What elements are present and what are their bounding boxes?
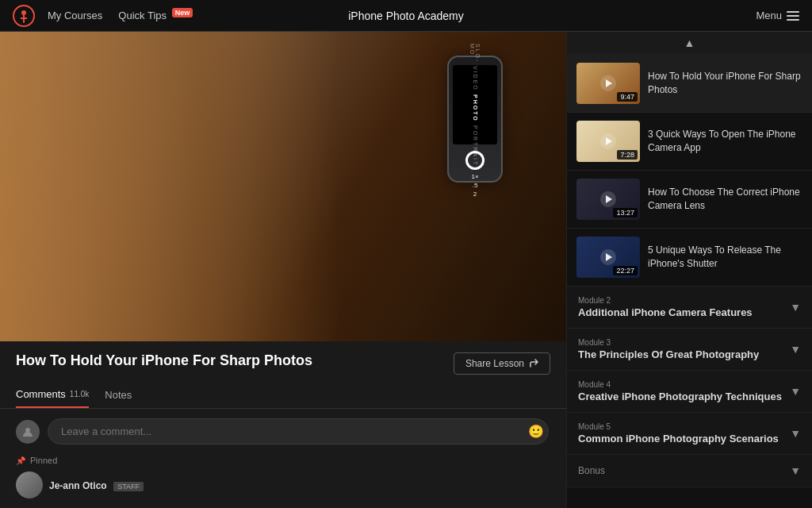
- module-section: Module 5 Common iPhone Photography Scena…: [567, 413, 812, 455]
- lesson-title: How To Choose The Correct iPhone Camera …: [648, 186, 802, 213]
- module-title: The Principles Of Great Photography: [578, 348, 759, 360]
- staff-badge: STAFF: [113, 482, 144, 491]
- new-badge: New: [172, 8, 193, 17]
- lesson-duration: 22:27: [613, 266, 638, 275]
- play-icon: [600, 75, 616, 91]
- module-header[interactable]: Module 2 Additional iPhone Camera Featur…: [567, 287, 812, 328]
- sidebar: ▲ 9:47 How To Hold Your iPhone For Sharp…: [566, 32, 812, 508]
- lesson-duration: 7:28: [617, 150, 638, 160]
- module-header[interactable]: Module 3 The Principles Of Great Photogr…: [567, 329, 812, 370]
- comment-input-row: 🙂: [16, 418, 550, 444]
- video-info: How To Hold Your iPhone For Sharp Photos…: [0, 341, 566, 385]
- module-chevron-icon: ▼: [790, 385, 801, 398]
- svg-rect-6: [787, 19, 799, 21]
- lesson-title: How To Hold Your iPhone For Sharp Photos: [648, 70, 802, 97]
- pinned-label: 📌 Pinned: [16, 456, 550, 465]
- my-courses-link[interactable]: My Courses: [48, 10, 102, 21]
- module-section: Module 2 Additional iPhone Camera Featur…: [567, 287, 812, 329]
- module-label: Module 4: [578, 380, 782, 389]
- video-title: How To Hold Your iPhone For Sharp Photos: [16, 352, 312, 369]
- play-icon: [600, 249, 616, 265]
- play-icon: [600, 133, 616, 149]
- tab-comments[interactable]: Comments 11.0k: [16, 388, 89, 408]
- tab-notes[interactable]: Notes: [105, 389, 132, 407]
- module-title: Creative iPhone Photography Techniques: [578, 391, 782, 402]
- share-lesson-button[interactable]: Share Lesson: [454, 352, 550, 375]
- bonus-label: Bonus: [578, 465, 605, 476]
- lesson-duration: 13:27: [613, 208, 638, 217]
- lesson-thumbnail: 22:27: [576, 237, 640, 278]
- lesson-item[interactable]: 22:27 5 Unique Ways To Release The iPhon…: [567, 229, 812, 287]
- module-label: Module 5: [578, 422, 779, 431]
- logo-icon[interactable]: [13, 5, 35, 27]
- play-icon: [600, 191, 616, 207]
- menu-button[interactable]: Menu: [756, 10, 799, 21]
- module-title: Common iPhone Photography Scenarios: [578, 433, 779, 444]
- bonus-section: Bonus ▼: [567, 455, 812, 487]
- module-header[interactable]: Module 5 Common iPhone Photography Scena…: [567, 413, 812, 454]
- bonus-header[interactable]: Bonus ▼: [567, 455, 812, 487]
- comment-user-row: Je-ann Otico STAFF: [16, 471, 550, 498]
- comments-area: 🙂 📌 Pinned Je-ann Otico STAFF: [0, 409, 566, 508]
- module-header[interactable]: Module 4 Creative iPhone Photography Tec…: [567, 371, 812, 412]
- module-chevron-icon: ▼: [790, 343, 801, 356]
- hamburger-icon: [787, 11, 799, 21]
- commenter-name: Je-ann Otico: [49, 480, 107, 491]
- video-panel: SLO-MO VIDEO PHOTO PORTRAIT 1× .5 2 How …: [0, 32, 566, 508]
- modules-list: Module 2 Additional iPhone Camera Featur…: [567, 287, 812, 455]
- lesson-duration: 9:47: [617, 92, 638, 102]
- module-section: Module 3 The Principles Of Great Photogr…: [567, 329, 812, 371]
- main-layout: SLO-MO VIDEO PHOTO PORTRAIT 1× .5 2 How …: [0, 32, 812, 508]
- module-chevron-icon: ▼: [790, 427, 801, 440]
- commenter-avatar: [16, 471, 43, 498]
- emoji-button[interactable]: 🙂: [528, 424, 544, 439]
- lessons-list: 9:47 How To Hold Your iPhone For Sharp P…: [567, 55, 812, 287]
- lesson-thumbnail: 7:28: [576, 121, 640, 162]
- iphone-illustration: SLO-MO VIDEO PHOTO PORTRAIT 1× .5 2: [447, 56, 503, 183]
- comment-input[interactable]: [48, 418, 549, 444]
- share-icon: [529, 359, 538, 368]
- current-user-avatar: [16, 420, 40, 444]
- lesson-thumbnail: 13:27: [576, 179, 640, 220]
- page-title: iPhone Photo Academy: [348, 10, 464, 22]
- svg-rect-4: [787, 11, 799, 13]
- lesson-title: 3 Quick Ways To Open The iPhone Camera A…: [648, 128, 802, 155]
- module-label: Module 2: [578, 296, 753, 305]
- lesson-thumbnail: 9:47: [576, 63, 640, 104]
- navbar: My Courses Quick Tips New iPhone Photo A…: [0, 0, 812, 32]
- bonus-chevron-icon: ▼: [790, 464, 801, 477]
- user-icon: [22, 426, 33, 437]
- module-label: Module 3: [578, 338, 759, 347]
- lesson-item[interactable]: 9:47 How To Hold Your iPhone For Sharp P…: [567, 55, 812, 113]
- module-chevron-icon: ▼: [790, 301, 801, 314]
- scroll-up-button[interactable]: ▲: [684, 37, 695, 49]
- lesson-item[interactable]: 7:28 3 Quick Ways To Open The iPhone Cam…: [567, 113, 812, 171]
- sidebar-scroll-up: ▲: [567, 32, 812, 55]
- module-title: Additional iPhone Camera Features: [578, 306, 753, 318]
- pin-icon: 📌: [16, 456, 25, 465]
- lesson-title: 5 Unique Ways To Release The iPhone's Sh…: [648, 244, 802, 271]
- video-player[interactable]: SLO-MO VIDEO PHOTO PORTRAIT 1× .5 2: [0, 32, 566, 341]
- module-section: Module 4 Creative iPhone Photography Tec…: [567, 371, 812, 413]
- lesson-item[interactable]: 13:27 How To Choose The Correct iPhone C…: [567, 171, 812, 229]
- svg-rect-5: [787, 15, 799, 17]
- quick-tips-link[interactable]: Quick Tips New: [118, 9, 193, 21]
- tabs-bar: Comments 11.0k Notes: [0, 385, 566, 409]
- comments-count: 11.0k: [70, 390, 89, 398]
